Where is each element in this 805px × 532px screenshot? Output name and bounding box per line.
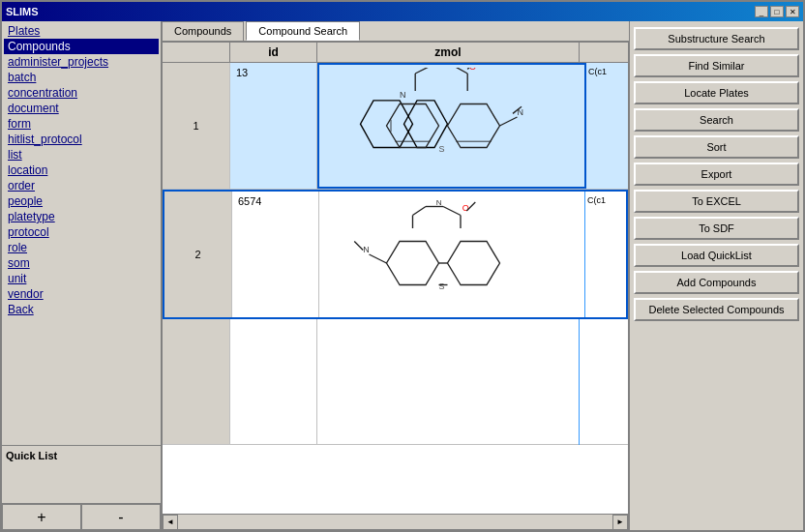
col-header-extra [580, 43, 628, 62]
sidebar-item-location[interactable]: location [4, 163, 159, 178]
quick-list-label: Quick List [6, 450, 157, 461]
sidebar-item-plates[interactable]: Plates [4, 23, 159, 39]
tabs-bar: Compounds Compound Search [162, 21, 629, 42]
svg-marker-3 [404, 101, 448, 148]
find-similar-button[interactable]: Find Similar [634, 54, 799, 77]
load-quicklist-button[interactable]: Load QuickList [634, 244, 799, 267]
svg-text:S: S [439, 281, 445, 291]
sidebar-item-som[interactable]: som [4, 255, 159, 271]
scroll-track[interactable] [178, 515, 612, 530]
main-area: Compounds Compound Search id zmol 1 13 [162, 21, 629, 530]
tab-compounds[interactable]: Compounds [162, 21, 244, 41]
svg-text:O: O [469, 68, 476, 72]
svg-marker-0 [361, 101, 413, 148]
scroll-left-button[interactable]: ◄ [163, 515, 178, 530]
title-bar: SLIMS _ □ ✕ [2, 2, 803, 21]
scroll-right-button[interactable]: ► [612, 515, 628, 530]
search-button[interactable]: Search [634, 108, 799, 132]
sidebar-item-document[interactable]: document [4, 101, 159, 116]
sidebar-item-order[interactable]: order [4, 178, 159, 193]
window-controls: _ □ ✕ [755, 6, 799, 17]
svg-text:S: S [439, 144, 445, 154]
sidebar: Plates Compounds administer_projects bat… [2, 21, 162, 530]
cell-extra-empty [580, 319, 628, 444]
main-window: SLIMS _ □ ✕ Plates Compounds administer_… [0, 0, 805, 532]
svg-line-31 [413, 207, 427, 216]
sidebar-item-form[interactable]: form [4, 116, 159, 132]
cell-row-num-empty [163, 319, 230, 444]
svg-line-33 [443, 207, 461, 216]
cell-extra-2: C(c1 [585, 192, 626, 317]
sidebar-item-unit[interactable]: unit [4, 271, 159, 286]
table-header: id zmol [163, 43, 628, 63]
sort-button[interactable]: Sort [634, 135, 799, 159]
svg-text:N: N [400, 90, 406, 100]
svg-line-17 [452, 68, 467, 74]
tab-compound-search[interactable]: Compound Search [246, 21, 360, 41]
to-excel-button[interactable]: To EXCEL [634, 190, 799, 213]
cell-zmol-empty [317, 319, 580, 445]
sidebar-bottom-buttons: + - [2, 503, 161, 530]
svg-marker-27 [448, 242, 500, 285]
sidebar-item-role[interactable]: role [4, 240, 159, 255]
col-header-zmol: zmol [317, 43, 580, 62]
sidebar-item-people[interactable]: people [4, 193, 159, 209]
svg-line-11 [500, 117, 518, 126]
sidebar-item-back[interactable]: Back [4, 302, 159, 317]
title-text: SLIMS [6, 6, 39, 17]
sidebar-item-protocol[interactable]: protocol [4, 224, 159, 240]
svg-text:N: N [436, 198, 442, 207]
sidebar-item-batch[interactable]: batch [4, 70, 159, 85]
horizontal-scrollbar[interactable]: ◄ ► [163, 514, 628, 529]
close-button[interactable]: ✕ [786, 6, 799, 17]
sidebar-nav-list: Plates Compounds administer_projects bat… [2, 21, 161, 445]
sidebar-item-compounds[interactable]: Compounds [4, 39, 159, 54]
sidebar-item-platetype[interactable]: platetype [4, 209, 159, 224]
svg-line-15 [415, 68, 432, 74]
cell-id-empty [230, 319, 317, 444]
cell-row-num-2: 2 [164, 192, 232, 317]
col-header-id: id [230, 43, 317, 62]
table-row[interactable]: 1 13 [163, 63, 628, 190]
quick-list-area: Quick List [2, 445, 161, 503]
right-panel: Substructure Search Find Similar Locate … [629, 21, 803, 530]
svg-text:O: O [462, 203, 469, 213]
sidebar-item-vendor[interactable]: vendor [4, 286, 159, 302]
sidebar-item-concentration[interactable]: concentration [4, 85, 159, 101]
data-table: id zmol 1 13 [162, 42, 629, 530]
export-button[interactable]: Export [634, 163, 799, 186]
substructure-search-button[interactable]: Substructure Search [634, 27, 799, 50]
add-compounds-button[interactable]: Add Compounds [634, 271, 799, 294]
cell-id-2: 6574 [232, 192, 319, 317]
col-header-rownum [163, 43, 230, 62]
svg-marker-22 [387, 242, 439, 285]
add-button[interactable]: + [2, 504, 81, 530]
sidebar-item-hitlist-protocol[interactable]: hitlist_protocol [4, 132, 159, 147]
cell-extra-1: C(c1 [586, 63, 628, 189]
molecule-svg-2: S N [321, 196, 582, 312]
table-body: 1 13 [163, 63, 628, 514]
to-sdf-button[interactable]: To SDF [634, 217, 799, 240]
cell-zmol-1: S N [317, 63, 586, 189]
sidebar-item-list[interactable]: list [4, 147, 159, 163]
delete-selected-compounds-button[interactable]: Delete Selected Compounds [634, 298, 799, 321]
content-area: Plates Compounds administer_projects bat… [2, 21, 803, 530]
svg-line-26 [354, 242, 363, 251]
cell-row-num-1: 1 [163, 63, 230, 189]
minimize-button[interactable]: _ [755, 6, 768, 17]
svg-line-24 [370, 254, 387, 263]
remove-button[interactable]: - [81, 504, 161, 530]
cell-zmol-2: S N [319, 192, 585, 317]
cell-id-1: 13 [230, 63, 317, 189]
table-row-empty [163, 319, 628, 445]
locate-plates-button[interactable]: Locate Plates [634, 81, 799, 104]
maximize-button[interactable]: □ [770, 6, 784, 17]
sidebar-item-administer-projects[interactable]: administer_projects [4, 54, 159, 70]
molecule-svg-1: S N [321, 68, 582, 184]
svg-text:N: N [363, 245, 370, 254]
table-row[interactable]: 2 6574 S [163, 190, 628, 319]
